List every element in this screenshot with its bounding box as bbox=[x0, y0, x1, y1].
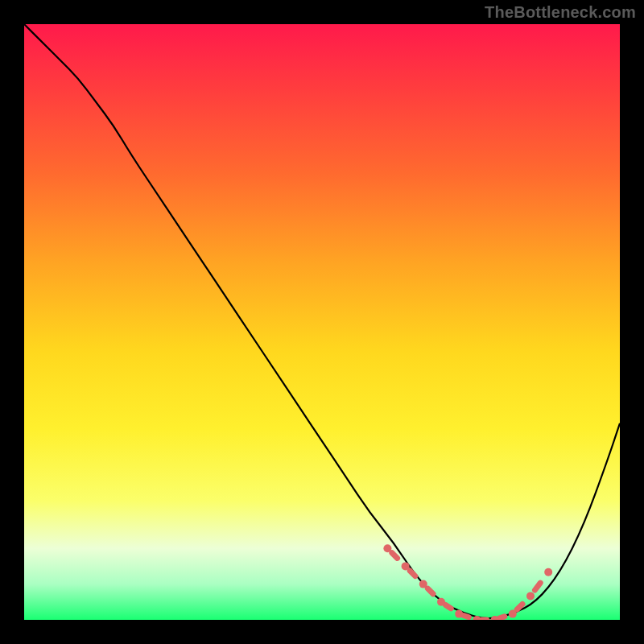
watermark-text: TheBottleneck.com bbox=[485, 3, 636, 22]
marker-segment bbox=[410, 571, 415, 576]
marker-dot bbox=[455, 610, 463, 618]
marker-segment bbox=[427, 588, 433, 594]
chart-frame: TheBottleneck.com bbox=[0, 0, 644, 644]
marker-dot bbox=[383, 544, 391, 552]
marker-dot bbox=[437, 598, 445, 606]
plot-area bbox=[24, 24, 620, 620]
marker-segment bbox=[392, 553, 398, 559]
marker-segment bbox=[499, 617, 505, 618]
chart-svg bbox=[24, 24, 620, 620]
marker-segment bbox=[464, 616, 469, 617]
marker-segment bbox=[446, 605, 452, 609]
marker-dot bbox=[526, 592, 535, 600]
marker-dot bbox=[402, 562, 410, 570]
marker-dot bbox=[544, 568, 552, 576]
marker-segment bbox=[517, 604, 522, 609]
marker-dot bbox=[419, 580, 427, 588]
gradient-rect bbox=[24, 24, 620, 620]
marker-dot bbox=[509, 610, 517, 618]
